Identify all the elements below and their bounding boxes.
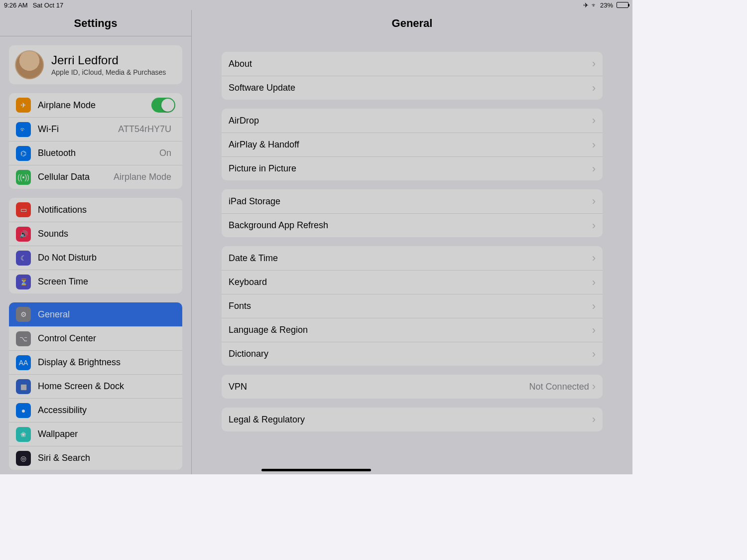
sidebar-item-label: Siri & Search: [38, 453, 175, 463]
chevron-right-icon: ›: [592, 162, 596, 175]
sidebar-item-label: Screen Time: [38, 277, 175, 287]
general-icon: ⚙: [16, 307, 31, 322]
chevron-right-icon: ›: [592, 195, 596, 208]
sidebar-item-display-brightness[interactable]: AADisplay & Brightness: [9, 350, 182, 374]
detail-row-label: Fonts: [229, 301, 592, 311]
db-icon: AA: [16, 355, 31, 370]
chevron-right-icon: ›: [592, 139, 596, 151]
sidebar-item-sounds[interactable]: 🔊Sounds: [9, 222, 182, 246]
sidebar-item-bluetooth[interactable]: ⌬BluetoothOn: [9, 141, 182, 165]
detail-row-label: AirPlay & Handoff: [229, 140, 592, 150]
detail-row-about[interactable]: About›: [222, 52, 603, 76]
notif-icon: ▭: [16, 202, 31, 217]
detail-row-ipad-storage[interactable]: iPad Storage›: [222, 189, 603, 213]
chevron-right-icon: ›: [592, 57, 596, 70]
sidebar-item-airplane-mode[interactable]: ✈︎Airplane Mode: [9, 93, 182, 117]
sidebar-item-value: On: [159, 148, 171, 158]
sound-icon: 🔊: [16, 227, 31, 242]
sidebar-item-label: Home Screen & Dock: [38, 381, 175, 392]
sidebar-item-value: ATT54rHY7U: [118, 124, 171, 135]
sidebar-item-notifications[interactable]: ▭Notifications: [9, 198, 182, 222]
wall-icon: ❀: [16, 427, 31, 442]
sidebar-item-accessibility[interactable]: ●Accessibility: [9, 398, 182, 422]
detail-row-label: AirDrop: [229, 116, 592, 126]
detail-row-airplay-handoff[interactable]: AirPlay & Handoff›: [222, 133, 603, 156]
settings-sidebar: Settings Jerri Ledford Apple ID, iCloud,…: [0, 10, 192, 474]
detail-row-label: Legal & Regulatory: [229, 415, 592, 425]
detail-row-label: Software Update: [229, 83, 592, 93]
detail-row-dictionary[interactable]: Dictionary›: [222, 342, 603, 366]
hs-icon: ▦: [16, 379, 31, 394]
battery-percent: 23%: [600, 1, 613, 9]
status-bar: 9:26 AM Sat Oct 17 ✈︎ ᯤ 23%: [0, 0, 632, 10]
detail-row-legal-regulatory[interactable]: Legal & Regulatory›: [222, 408, 603, 431]
detail-row-keyboard[interactable]: Keyboard›: [222, 270, 603, 294]
sidebar-item-home-screen-dock[interactable]: ▦Home Screen & Dock: [9, 374, 182, 398]
sidebar-item-control-center[interactable]: ⌥Control Center: [9, 326, 182, 350]
detail-row-label: VPN: [229, 382, 529, 392]
chevron-right-icon: ›: [592, 82, 596, 95]
detail-row-value: Not Connected: [529, 382, 589, 392]
sidebar-item-do-not-disturb[interactable]: ☾Do Not Disturb: [9, 246, 182, 270]
sidebar-item-label: Airplane Mode: [38, 100, 151, 111]
chevron-right-icon: ›: [592, 300, 596, 313]
detail-row-label: Keyboard: [229, 277, 592, 287]
sidebar-item-label: Do Not Disturb: [38, 253, 175, 263]
cell-icon: ((•)): [16, 170, 31, 185]
wifi-icon: ᯤ: [16, 122, 31, 137]
chevron-right-icon: ›: [592, 380, 596, 393]
acc-icon: ●: [16, 403, 31, 418]
detail-row-label: Language & Region: [229, 325, 592, 335]
detail-title: General: [192, 10, 632, 36]
detail-row-language-region[interactable]: Language & Region›: [222, 318, 603, 342]
profile-subtitle: Apple ID, iCloud, Media & Purchases: [51, 68, 166, 76]
chevron-right-icon: ›: [592, 114, 596, 127]
detail-row-label: Background App Refresh: [229, 220, 592, 231]
battery-icon: [617, 2, 628, 8]
sidebar-item-label: Accessibility: [38, 405, 175, 416]
chevron-right-icon: ›: [592, 252, 596, 265]
sidebar-item-general[interactable]: ⚙General: [9, 302, 182, 326]
detail-row-picture-in-picture[interactable]: Picture in Picture›: [222, 156, 603, 180]
sidebar-item-label: General: [38, 309, 175, 320]
wifi-icon: ᯤ: [591, 1, 598, 9]
detail-row-software-update[interactable]: Software Update›: [222, 76, 603, 100]
siri-icon: ◎: [16, 451, 31, 466]
sidebar-item-wi-fi[interactable]: ᯤWi-FiATT54rHY7U: [9, 117, 182, 141]
sidebar-item-screen-time[interactable]: ⏳Screen Time: [9, 270, 182, 293]
sidebar-item-label: Wallpaper: [38, 429, 175, 439]
detail-row-label: Picture in Picture: [229, 163, 592, 174]
detail-row-vpn[interactable]: VPNNot Connected›: [222, 375, 603, 399]
detail-row-fonts[interactable]: Fonts›: [222, 294, 603, 318]
general-detail-pane: General About›Software Update›AirDrop›Ai…: [192, 10, 632, 474]
sidebar-item-label: Sounds: [38, 229, 175, 239]
airplane-icon: ✈︎: [16, 98, 31, 113]
sidebar-item-value: Airplane Mode: [114, 172, 171, 182]
toggle[interactable]: [151, 98, 175, 113]
sidebar-item-label: Wi-Fi: [38, 124, 118, 135]
detail-row-background-app-refresh[interactable]: Background App Refresh›: [222, 213, 603, 237]
bt-icon: ⌬: [16, 146, 31, 161]
detail-row-label: Date & Time: [229, 253, 592, 264]
chevron-right-icon: ›: [592, 219, 596, 232]
chevron-right-icon: ›: [592, 276, 596, 289]
avatar: [15, 50, 44, 79]
status-date: Sat Oct 17: [33, 1, 63, 9]
sidebar-item-wallpaper[interactable]: ❀Wallpaper: [9, 422, 182, 446]
profile-name: Jerri Ledford: [51, 53, 166, 67]
sidebar-item-siri-search[interactable]: ◎Siri & Search: [9, 446, 182, 470]
st-icon: ⏳: [16, 275, 31, 289]
sidebar-item-label: Control Center: [38, 333, 175, 344]
detail-row-label: About: [229, 59, 592, 69]
detail-row-date-time[interactable]: Date & Time›: [222, 246, 603, 270]
detail-row-airdrop[interactable]: AirDrop›: [222, 109, 603, 133]
airplane-mode-indicator-icon: ✈︎: [583, 1, 589, 9]
sidebar-item-label: Cellular Data: [38, 172, 114, 182]
sidebar-item-cellular-data[interactable]: ((•))Cellular DataAirplane Mode: [9, 165, 182, 189]
detail-row-label: Dictionary: [229, 349, 592, 359]
home-indicator: [261, 469, 371, 471]
apple-id-profile-row[interactable]: Jerri Ledford Apple ID, iCloud, Media & …: [9, 45, 182, 84]
sidebar-item-label: Notifications: [38, 205, 175, 215]
sidebar-item-label: Display & Brightness: [38, 357, 175, 368]
sidebar-title: Settings: [0, 10, 191, 36]
